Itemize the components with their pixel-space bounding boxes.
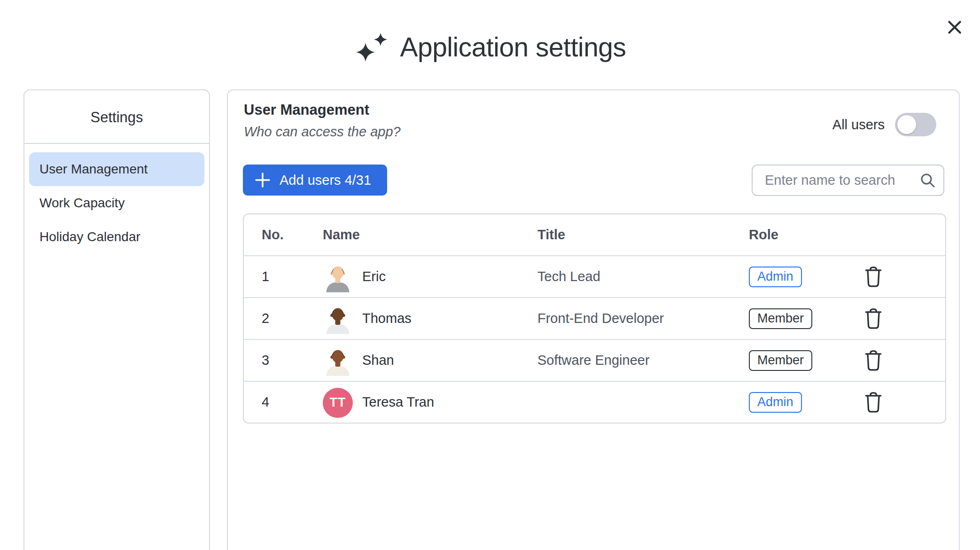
table-row: 4 TT Teresa Tran Admin [244,381,945,423]
sidebar-item-label: User Management [39,162,148,177]
sparkles-icon [354,29,389,65]
row-number: 2 [262,311,323,326]
sidebar-heading: Settings [24,90,209,126]
user-name: Teresa Tran [362,394,434,410]
settings-sidebar: Settings User Management Work Capacity H… [23,89,210,550]
user-name: Eric [362,269,386,284]
sidebar-item-label: Work Capacity [39,196,125,211]
actions-cell [857,308,945,330]
actions-cell [857,266,945,288]
col-header-role: Role [749,227,857,243]
panel-subtitle: Who can access the app? [244,124,401,140]
user-title: Software Engineer [537,353,749,368]
col-header-title: Title [537,227,749,243]
role-badge[interactable]: Member [749,350,812,371]
col-header-no: No. [262,227,323,243]
application-settings-modal: Application settings Settings User Manag… [0,0,980,550]
sidebar-nav: User Management Work Capacity Holiday Ca… [24,144,209,254]
plus-icon [254,172,271,189]
user-avatar [323,345,353,376]
panel-header: User Management Who can access the app? [244,102,401,140]
role-badge[interactable]: Admin [749,267,802,287]
user-avatar [323,261,353,292]
name-cell: Shan [323,345,537,376]
toggle-knob [897,115,916,134]
user-avatar: TT [323,387,353,418]
col-header-name: Name [323,227,537,243]
sidebar-item-label: Holiday Calendar [39,229,140,244]
table-row: 2 Thomas Front-End Developer Member [244,297,945,339]
delete-user-button[interactable] [863,308,883,330]
role-badge[interactable]: Admin [749,392,802,413]
search-box [752,165,944,196]
delete-user-button[interactable] [863,266,883,288]
add-users-label: Add users 4/31 [280,173,371,188]
all-users-toggle[interactable] [895,113,936,136]
actions-cell [857,350,945,371]
user-title: Front-End Developer [537,311,749,326]
table-header-row: No. Name Title Role [244,214,945,255]
role-badge[interactable]: Member [749,308,812,329]
role-cell: Admin [749,392,857,413]
user-name: Shan [362,353,394,368]
trash-icon [863,308,883,330]
trash-icon [863,350,883,371]
name-cell: Thomas [323,303,537,334]
row-number: 1 [262,269,323,284]
user-title: Tech Lead [537,269,749,284]
user-name: Thomas [362,311,412,326]
modal-title: Application settings [400,31,626,63]
table-row: 3 Shan Software Engineer Member [244,339,945,381]
delete-user-button[interactable] [863,392,883,413]
modal-header: Application settings [0,29,980,65]
name-cell: TT Teresa Tran [323,387,537,418]
avatar-initials: TT [323,388,353,418]
panel-title: User Management [244,102,401,118]
sidebar-item-work-capacity[interactable]: Work Capacity [29,186,204,220]
search-input[interactable] [752,165,944,196]
users-table: No. Name Title Role 1 Eric Tech Lead Adm… [243,213,946,424]
all-users-label: All users [832,117,885,133]
all-users-control: All users [832,113,936,136]
user-management-panel: User Management Who can access the app? … [227,89,960,550]
actions-cell [857,392,945,413]
user-avatar [323,303,353,334]
table-body: 1 Eric Tech Lead Admin 2 Thomas [244,255,945,423]
name-cell: Eric [323,261,537,292]
add-users-button[interactable]: Add users 4/31 [243,165,387,196]
role-cell: Admin [749,267,857,287]
row-number: 3 [262,353,323,368]
sidebar-item-user-management[interactable]: User Management [29,152,204,186]
trash-icon [863,392,883,413]
delete-user-button[interactable] [863,350,883,371]
role-cell: Member [749,308,857,329]
role-cell: Member [749,350,857,371]
row-number: 4 [262,394,323,410]
trash-icon [863,266,883,288]
sidebar-item-holiday-calendar[interactable]: Holiday Calendar [29,220,204,254]
table-row: 1 Eric Tech Lead Admin [244,255,945,297]
